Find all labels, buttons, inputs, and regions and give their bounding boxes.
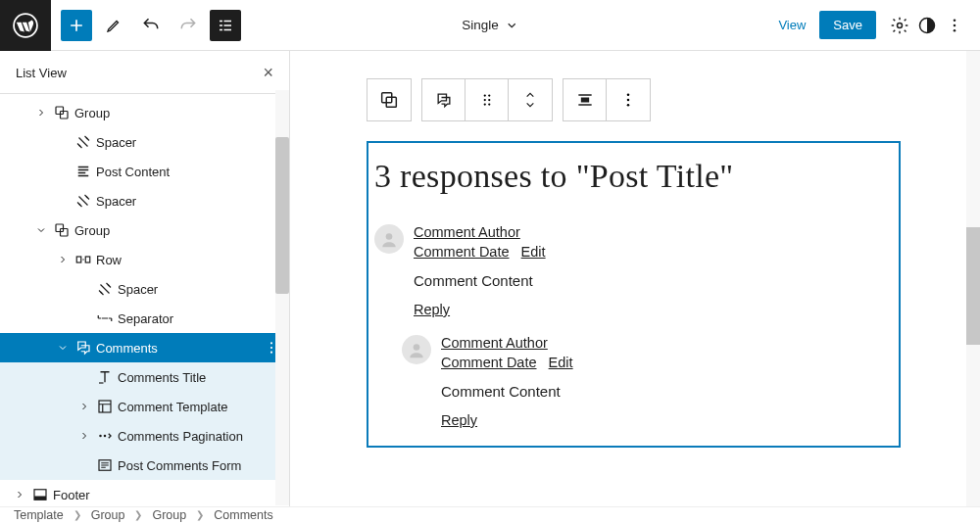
cpagination-icon (94, 427, 116, 445)
select-parent-button[interactable] (368, 79, 411, 120)
styles-button[interactable] (915, 14, 939, 37)
svg-point-24 (488, 94, 490, 96)
person-icon (379, 229, 399, 249)
align-button[interactable] (564, 79, 607, 120)
block-type-button[interactable] (422, 79, 466, 120)
tree-item-post-comments-form[interactable]: Post Comments Form (0, 451, 289, 480)
spacer-icon (73, 192, 94, 210)
tree-item-post-content[interactable]: Post Content (0, 157, 289, 186)
caret-right-icon[interactable] (10, 489, 29, 500)
caret-right-icon[interactable] (74, 430, 94, 442)
caret-right-icon[interactable] (53, 254, 73, 265)
svg-rect-7 (61, 112, 69, 119)
tree-item-footer[interactable]: Footer (0, 480, 289, 506)
move-up-down[interactable] (509, 79, 552, 120)
svg-point-28 (488, 103, 490, 105)
tree-item-label: Comment Template (116, 400, 227, 414)
tree-item-spacer[interactable]: Spacer (0, 274, 289, 304)
chevron-down-icon (505, 19, 518, 32)
options-button[interactable] (943, 14, 966, 37)
tree-item-separator[interactable]: Separator (0, 304, 289, 333)
tree-item-label: Comments (94, 341, 158, 356)
comment-date-link[interactable]: Comment Date (414, 244, 510, 260)
drag-icon (478, 91, 496, 109)
add-block-button[interactable] (61, 10, 92, 41)
caret-down-icon[interactable] (31, 224, 51, 236)
settings-button[interactable] (888, 14, 911, 37)
crumb-item[interactable]: Comments (214, 508, 272, 522)
wordpress-icon (13, 13, 38, 38)
tree-item-group[interactable]: Group (0, 215, 289, 245)
svg-point-26 (488, 99, 490, 101)
list-view-toggle[interactable] (210, 10, 241, 41)
footer-icon (29, 486, 51, 503)
editor-top-bar: Single View Save (0, 0, 980, 51)
tree-item-spacer[interactable]: Spacer (0, 186, 289, 215)
comment-date-link[interactable]: Comment Date (441, 355, 537, 370)
svg-point-34 (414, 344, 420, 351)
tree-item-comments[interactable]: Comments (0, 333, 289, 362)
list-view-sidebar: List View × GroupSpacerPost ContentSpace… (0, 51, 290, 506)
crumb-item[interactable]: Group (152, 508, 186, 522)
list-view-header: List View × (0, 51, 289, 94)
edit-mode-button[interactable] (98, 10, 129, 41)
comment-reply-link[interactable]: Reply (414, 302, 546, 317)
view-link[interactable]: View (768, 12, 815, 38)
block-breadcrumb: Template❯Group❯Group❯Comments (0, 506, 980, 524)
document-title-dropdown[interactable]: Single (462, 18, 518, 32)
more-vertical-icon (619, 91, 637, 109)
svg-rect-8 (56, 224, 64, 232)
move-arrows-icon (522, 89, 538, 111)
caret-right-icon[interactable] (74, 401, 94, 412)
svg-point-13 (270, 347, 272, 349)
redo-button[interactable] (172, 10, 204, 41)
close-list-view[interactable]: × (263, 63, 273, 83)
tree-item-row[interactable]: Row (0, 245, 289, 274)
comments-block-selected[interactable]: 3 responses to "Post Title" Comment Auth… (367, 141, 901, 448)
svg-point-14 (270, 352, 272, 354)
sidebar-scrollbar-thumb[interactable] (275, 137, 289, 294)
comment-edit-link[interactable]: Edit (521, 244, 546, 260)
comments-icon (73, 339, 94, 357)
tree-item-comment-template[interactable]: Comment Template (0, 392, 289, 421)
caret-right-icon[interactable] (31, 107, 51, 119)
tree-item-comments-pagination[interactable]: Comments Pagination (0, 421, 289, 451)
tree-item-spacer[interactable]: Spacer (0, 127, 289, 157)
comment-author-link[interactable]: Comment Author (441, 335, 573, 351)
undo-icon (141, 16, 161, 35)
tree-item-label: Group (73, 106, 110, 120)
crumb-item[interactable]: Template (14, 508, 64, 522)
tree-item-comments-title[interactable]: Comments Title (0, 362, 289, 392)
crumb-item[interactable]: Group (91, 508, 125, 522)
canvas-scrollbar-thumb[interactable] (966, 227, 980, 345)
svg-point-16 (99, 435, 102, 438)
block-options[interactable] (607, 79, 650, 120)
comment-edit-link[interactable]: Edit (549, 355, 573, 370)
svg-rect-6 (56, 107, 64, 115)
tree-item-label: Row (94, 253, 122, 267)
tree-item-label: Post Content (94, 165, 170, 179)
caret-down-icon[interactable] (53, 342, 73, 354)
spacer-icon (73, 133, 94, 151)
svg-point-25 (483, 99, 485, 101)
wp-logo[interactable] (0, 0, 51, 51)
svg-point-12 (270, 342, 272, 344)
separator-icon (94, 310, 116, 327)
save-button[interactable]: Save (819, 11, 876, 39)
svg-point-17 (104, 435, 107, 438)
drag-handle[interactable] (466, 79, 509, 120)
svg-rect-10 (76, 257, 81, 262)
comment-reply-link[interactable]: Reply (441, 412, 573, 428)
svg-rect-15 (99, 401, 111, 412)
svg-rect-11 (85, 257, 90, 262)
group-icon (378, 89, 400, 111)
undo-button[interactable] (135, 10, 167, 41)
tree-item-group[interactable]: Group (0, 98, 289, 127)
document-title: Single (462, 18, 499, 32)
spacer-icon (94, 280, 116, 298)
tree-item-label: Spacer (116, 282, 158, 297)
svg-rect-9 (61, 229, 69, 237)
comment-author-link[interactable]: Comment Author (414, 224, 546, 240)
chevron-right-icon: ❯ (74, 509, 81, 520)
comments-icon (434, 90, 454, 110)
